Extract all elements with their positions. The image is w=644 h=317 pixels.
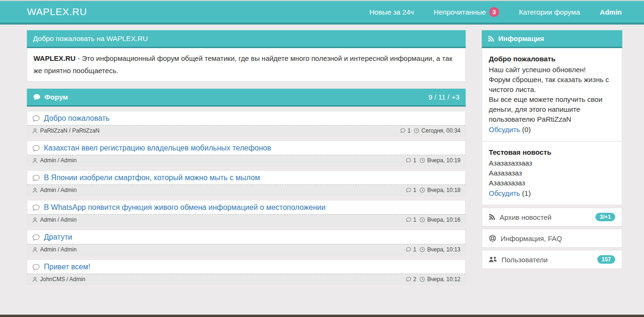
info-panel-body: Добро пожаловать Наш сайт успешно обновл…: [482, 48, 622, 205]
topic-title-row: Казахстан ввел регистрацию владельцев мо…: [27, 141, 465, 155]
forum-stats: 9 / 11 / +3: [428, 93, 460, 101]
replies-icon: [406, 276, 411, 282]
topic-title-row: Добро пожаловать: [27, 111, 465, 125]
topic-replies: 1: [413, 187, 417, 193]
main-column: Добро пожаловать на WAPLEX.RU WAPLEX.RU …: [27, 30, 466, 285]
news-text-line: Форум сброшен, так сказать жизнь с чисто…: [489, 75, 615, 94]
news-item: Добро пожаловать Наш сайт успешно обновл…: [482, 48, 622, 141]
comment-outline-icon: [32, 144, 40, 152]
nav-item-new-24h[interactable]: Новые за 24ч: [369, 8, 414, 16]
topic-card: Дратути Admin / Admin 1: [27, 230, 466, 255]
rss-icon: [489, 214, 495, 220]
news-text-line: Азазазазаз: [489, 178, 615, 188]
comment-icon: [33, 93, 41, 101]
nav-item-admin-profile[interactable]: Admin: [600, 8, 622, 16]
topic-date: Вчера, 10:13: [427, 246, 460, 253]
comment-outline-icon: [32, 115, 40, 123]
topic-date: Вчера, 10:16: [427, 217, 460, 223]
sidebar-item-users[interactable]: Пользователи 157: [482, 250, 622, 269]
sidebar-item-label: Информация, FAQ: [501, 234, 562, 242]
topic-authors: Admin / Admin: [40, 246, 76, 253]
topic-card: В WhatsApp появится функция живого обмен…: [27, 200, 466, 225]
discuss-count: (1): [522, 189, 531, 197]
topic-link[interactable]: Дратути: [44, 233, 72, 242]
site-header: WAPLEX.RU Новые за 24ч Непрочитанные 3 К…: [0, 1, 644, 25]
nav-item-label: Категории форума: [519, 8, 580, 16]
replies-icon: [406, 247, 411, 252]
site-logo[interactable]: WAPLEX.RU: [27, 6, 87, 17]
user-icon: [32, 158, 38, 164]
comment-outline-icon: [32, 263, 40, 271]
discuss-link[interactable]: Обсудить: [489, 189, 520, 197]
replies-icon: [400, 128, 406, 133]
topic-date: Сегодня, 00:34: [421, 127, 460, 134]
news-title: Тестовая новость: [489, 147, 615, 157]
topic-meta-row: Admin / Admin 1 Вчера, 10:18: [27, 184, 465, 195]
discuss-count: (0): [522, 125, 531, 133]
news-archive-badge: 3/+1: [595, 213, 615, 221]
welcome-text-bold: WAPLEX.RU: [33, 54, 75, 62]
topic-authors: Admin / Admin: [40, 217, 76, 223]
topic-title-row: В WhatsApp появится функция живого обмен…: [27, 200, 465, 214]
topic-meta-row: JohnCMS / Admin 2 Вчера, 10:12: [27, 274, 465, 284]
comment-outline-icon: [32, 174, 40, 182]
topic-link[interactable]: Добро пожаловать: [44, 114, 109, 123]
user-icon: [32, 187, 38, 193]
topic-meta-row: Admin / Admin 1 Вчера, 10:16: [27, 214, 465, 225]
topic-authors: JohnCMS / Admin: [40, 276, 85, 283]
sidebar-item-label: Пользователи: [502, 256, 548, 264]
topic-meta-row: PaRtiZzaN / PaRtiZzaN 1 Сегодня, 00:34: [27, 125, 465, 136]
clock-icon: [419, 276, 425, 282]
topic-title-row: Дратути: [27, 230, 465, 244]
topic-card: Привет всем! JohnCMS / Admin 2: [27, 259, 466, 285]
topic-authors: Admin / Admin: [40, 157, 76, 164]
sidebar: Информация Добро пожаловать Наш сайт усп…: [482, 30, 622, 285]
welcome-text: - Это информационный форум общей тематик…: [33, 54, 452, 75]
news-text-line: Аазазазаз: [489, 168, 615, 178]
content-wrapper: Добро пожаловать на WAPLEX.RU WAPLEX.RU …: [0, 25, 644, 285]
user-icon: [32, 247, 38, 253]
forum-panel-header: Форум 9 / 11 / +3: [27, 89, 466, 107]
nav-item-label: Admin: [600, 8, 622, 16]
replies-icon: [406, 158, 411, 163]
users-icon: [489, 256, 497, 263]
topic-link[interactable]: В WhatsApp появится функция живого обмен…: [44, 203, 326, 212]
life-ring-icon: [489, 234, 496, 242]
welcome-panel-title: Добро пожаловать на WAPLEX.RU: [33, 34, 148, 42]
news-text-line: Наш сайт успешно обновлен!: [489, 65, 615, 75]
topic-replies: 1: [413, 246, 417, 253]
welcome-panel-header: Добро пожаловать на WAPLEX.RU: [27, 30, 466, 48]
forum-panel-title[interactable]: Форум: [44, 93, 68, 101]
clock-icon: [419, 247, 425, 252]
topic-authors: Admin / Admin: [40, 187, 76, 193]
topic-replies: 1: [413, 217, 417, 223]
user-icon: [32, 276, 38, 283]
topic-title-row: В Японии изобрели смартфон, который можн…: [27, 171, 465, 184]
nav-item-label: Новые за 24ч: [369, 8, 414, 16]
topic-link[interactable]: В Японии изобрели смартфон, который можн…: [44, 174, 260, 182]
discuss-link[interactable]: Обсудить: [489, 125, 520, 133]
info-panel-header: Информация: [482, 30, 622, 48]
topic-link[interactable]: Казахстан ввел регистрацию владельцев мо…: [44, 144, 271, 152]
topic-card: В Японии изобрели смартфон, который можн…: [27, 170, 466, 196]
topic-date: Вчера, 10:12: [427, 276, 460, 283]
topic-link[interactable]: Привет всем!: [44, 263, 90, 271]
clock-icon: [414, 128, 419, 133]
sidebar-item-news-archive[interactable]: Архив новостей 3/+1: [482, 208, 622, 226]
users-count-badge: 157: [597, 255, 615, 264]
topic-date: Вчера, 10:19: [427, 157, 460, 164]
nav-item-unread[interactable]: Непрочитанные 3: [434, 7, 499, 17]
clock-icon: [419, 217, 425, 223]
news-text-line: Вы все еще можете получить свои деньги, …: [489, 94, 615, 124]
window-bottom-edge: [0, 315, 644, 317]
topic-card: Добро пожаловать PaRtiZzaN / PaRtiZzaN 1: [27, 111, 466, 136]
sidebar-item-label: Архив новостей: [500, 213, 552, 221]
rss-icon: [488, 35, 494, 42]
replies-icon: [406, 187, 411, 193]
welcome-panel-body: WAPLEX.RU - Это информационный форум общ…: [27, 48, 466, 82]
sidebar-item-info-faq[interactable]: Информация, FAQ: [482, 229, 622, 248]
news-item: Тестовая новость Азазазаззааз Аазазазаз …: [482, 141, 622, 205]
clock-icon: [419, 187, 425, 193]
comment-outline-icon: [32, 204, 40, 212]
nav-item-forum-categories[interactable]: Категории форума: [519, 8, 580, 16]
